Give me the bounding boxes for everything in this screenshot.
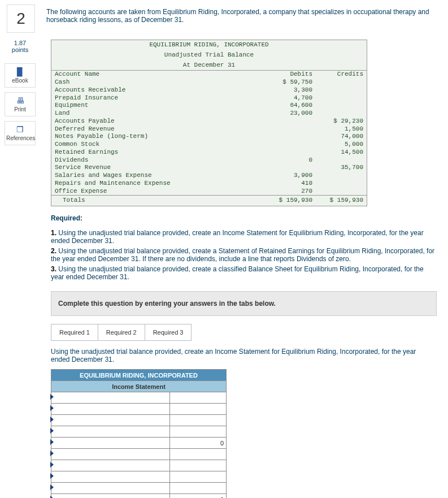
- tb-debit: 3,300: [262, 86, 312, 94]
- tb-row: Notes Payable (long-term)74,000: [51, 133, 367, 141]
- tab-required-2[interactable]: Required 2: [98, 324, 145, 341]
- dropdown-icon: [50, 473, 54, 479]
- ebook-button[interactable]: ▉ eBook: [5, 63, 36, 88]
- answer-cell-value[interactable]: [170, 449, 227, 460]
- totals-debit: $ 159,930: [262, 197, 312, 205]
- required-heading: Required:: [51, 214, 437, 222]
- col-header-debits: Debits: [262, 71, 312, 79]
- answer-cell-value[interactable]: [170, 415, 227, 426]
- tb-account-name: Retained Earnings: [55, 149, 262, 157]
- answer-cell-label[interactable]: [51, 483, 170, 494]
- totals-credit: $ 159,930: [312, 197, 363, 205]
- instruction-bar: Complete this question by entering your …: [51, 291, 437, 316]
- answer-cell-label[interactable]: [51, 494, 170, 499]
- tb-credit: $ 29,230: [312, 118, 363, 125]
- tb-debit: 3,900: [262, 172, 312, 180]
- print-button[interactable]: 🖶 Print: [5, 92, 36, 116]
- tb-account-name: Service Revenue: [55, 164, 262, 172]
- points-label: points: [12, 46, 28, 53]
- answer-cell-label[interactable]: [51, 471, 170, 483]
- col-header-account: Account Name: [55, 71, 262, 79]
- tb-account-name: Prepaid Insurance: [55, 94, 262, 102]
- tb-credit: [312, 180, 363, 188]
- dropdown-icon: [50, 462, 54, 467]
- required-item: 1. Using the unadjusted trial balance pr…: [51, 229, 437, 245]
- answer-cell-total: 0: [170, 494, 227, 499]
- tb-account-name: Repairs and Maintenance Expense: [55, 180, 262, 188]
- tb-account-name: Salaries and Wages Expense: [55, 172, 262, 180]
- ebook-label: eBook: [12, 77, 28, 84]
- answer-cell-value[interactable]: [170, 392, 227, 404]
- tb-account-name: Land: [55, 110, 262, 118]
- answer-statement-header: Income Statement: [51, 381, 227, 392]
- answer-cell-value[interactable]: [170, 460, 227, 471]
- dropdown-icon: [50, 439, 54, 445]
- dropdown-icon: [50, 428, 54, 434]
- col-header-credits: Credits: [312, 71, 363, 79]
- required-list: 1. Using the unadjusted trial balance pr…: [51, 229, 437, 281]
- tb-account-name: Cash: [55, 79, 262, 86]
- answer-cell-value[interactable]: [170, 404, 227, 415]
- dropdown-icon: [50, 451, 54, 456]
- tb-debit: [262, 164, 312, 172]
- answer-cell-label[interactable]: [51, 392, 170, 404]
- tb-credit: [312, 157, 363, 164]
- tb-debit: 410: [262, 180, 312, 188]
- references-label: References: [6, 135, 35, 141]
- tb-credit: [312, 188, 363, 196]
- print-label: Print: [14, 106, 26, 112]
- tb-credit: [312, 110, 363, 118]
- answer-cell-label[interactable]: [51, 438, 170, 449]
- tb-debit: 270: [262, 188, 312, 196]
- tb-credit: [312, 79, 363, 86]
- tb-debit: 4,700: [262, 94, 312, 102]
- tb-debit: $ 59,750: [262, 79, 312, 86]
- answer-cell-value[interactable]: [170, 426, 227, 438]
- tb-row: Repairs and Maintenance Expense410: [51, 180, 367, 188]
- answer-cell-label[interactable]: [51, 426, 170, 438]
- tb-debit: 0: [262, 157, 312, 164]
- tab-required-1[interactable]: Required 1: [51, 324, 98, 341]
- tb-credit: 5,000: [312, 141, 363, 149]
- dropdown-icon: [50, 394, 54, 400]
- tb-row: Salaries and Wages Expense3,900: [51, 172, 367, 180]
- tb-account-name: Office Expense: [55, 188, 262, 196]
- tb-credit: [312, 172, 363, 180]
- book-icon: ▉: [6, 67, 34, 76]
- tb-debit: [262, 141, 312, 149]
- tb-title2: Unadjusted Trial Balance: [51, 50, 367, 60]
- tb-debit: [262, 125, 312, 133]
- required-item: 3. Using the unadjusted trial balance pr…: [51, 265, 437, 281]
- tb-account-name: Accounts Payable: [55, 118, 262, 125]
- tb-row: Retained Earnings14,500: [51, 149, 367, 157]
- tab-required-3[interactable]: Required 3: [145, 324, 192, 341]
- tb-row: Land23,000: [51, 110, 367, 118]
- tb-row: Accounts Receivable3,300: [51, 86, 367, 94]
- totals-label: Totals: [55, 197, 262, 205]
- dropdown-icon: [50, 417, 54, 422]
- tb-account-name: Notes Payable (long-term): [55, 133, 262, 141]
- references-button[interactable]: ❐ References: [5, 121, 36, 145]
- tb-account-name: Common Stock: [55, 141, 262, 149]
- tb-row: Prepaid Insurance4,700: [51, 94, 367, 102]
- tb-row: Office Expense270: [51, 188, 367, 196]
- trial-balance-table: EQUILIBRIUM RIDING, INCORPORATED Unadjus…: [51, 40, 367, 206]
- tb-row: Cash$ 59,750: [51, 79, 367, 86]
- tb-debit: [262, 149, 312, 157]
- tb-title3: At December 31: [51, 60, 367, 71]
- dropdown-icon: [50, 496, 54, 498]
- answer-cell-label[interactable]: [51, 415, 170, 426]
- answer-cell-value[interactable]: [170, 471, 227, 483]
- points-value: 1.87: [14, 40, 26, 46]
- answer-cell-label[interactable]: [51, 404, 170, 415]
- question-number: 2: [7, 5, 35, 33]
- tb-credit: 1,500: [312, 125, 363, 133]
- answer-cell-value[interactable]: [170, 483, 227, 494]
- tb-credit: 35,700: [312, 164, 363, 172]
- answer-cell-label[interactable]: [51, 460, 170, 471]
- answer-cell-label[interactable]: [51, 449, 170, 460]
- tb-debit: [262, 133, 312, 141]
- tb-title1: EQUILIBRIUM RIDING, INCORPORATED: [51, 40, 367, 50]
- tb-row: Deferred Revenue1,500: [51, 125, 367, 133]
- answer-table: EQUILIBRIUM RIDING, INCORPORATED Income …: [51, 369, 227, 498]
